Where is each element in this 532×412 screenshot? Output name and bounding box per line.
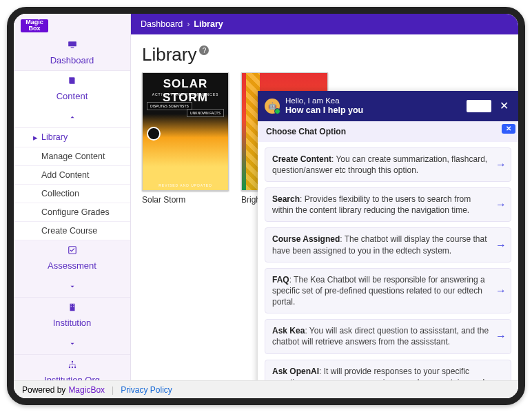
svg-point-10 xyxy=(71,367,72,368)
svg-rect-3 xyxy=(70,304,74,311)
arrow-right-icon: → xyxy=(495,197,507,212)
nav-label: Content xyxy=(57,91,88,101)
cover-title: SOLAR STORM xyxy=(143,77,228,105)
sidebar-subitem-create-course[interactable]: Create Course xyxy=(14,222,130,240)
chat-choose-label: Choose Chat Option xyxy=(266,127,346,136)
arrow-right-icon: → xyxy=(495,283,507,298)
svg-rect-5 xyxy=(73,305,74,305)
chat-option-desc: : The Kea Chatbot will be responsible fo… xyxy=(272,275,485,307)
award-badge-icon xyxy=(147,127,161,141)
chat-option-title: Create Content xyxy=(272,154,331,164)
nav-label: Assessment xyxy=(48,260,96,271)
chat-hello: Hello, I am Kea xyxy=(285,96,363,105)
chat-option-faq[interactable]: FAQ: The Kea Chatbot will be responsible… xyxy=(265,268,511,314)
chevron-up-icon xyxy=(69,112,76,123)
chat-option-search[interactable]: Search: Provides flexibility to the user… xyxy=(265,187,511,222)
sidebar-subitem-label: Manage Content xyxy=(41,152,105,161)
sidebar-subitem-library[interactable]: ▸Library xyxy=(14,128,130,147)
chevron-down-icon xyxy=(69,339,76,349)
sidebar-subitem-manage-content[interactable]: Manage Content xyxy=(14,147,130,166)
page-title-row: Library ? xyxy=(142,44,518,65)
book-card[interactable]: SOLAR STORMACTIVITY AND PROMINENCESDISPU… xyxy=(142,72,229,205)
content-subnav: ▸LibraryManage ContentAdd ContentCollect… xyxy=(14,128,130,240)
chevron-right-icon: › xyxy=(187,19,190,29)
check-square-icon xyxy=(68,245,77,255)
chat-header: 🤖 Hello, I am Kea How can I help you ✕ xyxy=(258,91,518,121)
svg-rect-7 xyxy=(73,306,74,307)
screen: Magic Box Dashboard Content xyxy=(14,14,518,398)
chat-subtitle: How can I help you xyxy=(285,105,363,115)
sidebar-subitem-label: Library xyxy=(41,132,68,142)
chevron-down-icon xyxy=(69,282,76,292)
arrow-right-icon: → xyxy=(495,157,507,172)
nav-label: Institution xyxy=(53,318,92,328)
svg-rect-0 xyxy=(68,41,76,46)
sidebar-subitem-label: Configure Grades xyxy=(41,207,110,217)
footer-brand[interactable]: MagicBox xyxy=(68,385,105,395)
sidebar-subitem-label: Create Course xyxy=(41,226,97,236)
app-root: Magic Box Dashboard Content xyxy=(14,14,518,398)
chat-option-title: FAQ xyxy=(272,275,289,285)
dismiss-icon[interactable]: ✕ xyxy=(502,124,515,134)
nav-assessment[interactable]: Assessment xyxy=(14,240,130,298)
cover-footer: REVISED AND UPDATED xyxy=(143,183,228,187)
sidebar: Magic Box Dashboard Content xyxy=(14,14,131,398)
chat-option-desc: : Provides flexibility to the users to s… xyxy=(272,194,471,215)
page-title: Library xyxy=(142,44,196,65)
sidebar-subitem-collection[interactable]: Collection xyxy=(14,185,130,203)
chat-option-course-assigned[interactable]: Course Assigned: The chatbot will displa… xyxy=(265,227,511,262)
chat-option-title: Ask OpenAI xyxy=(272,367,319,376)
cover-chip: DISPUTES SCIENTISTS xyxy=(147,102,192,110)
footer: Powered by MagicBox | Privacy Policy xyxy=(14,380,518,398)
chat-panel: 🤖 Hello, I am Kea How can I help you ✕ C… xyxy=(258,91,518,398)
nav-content[interactable]: Content xyxy=(14,71,130,128)
chat-option-title: Ask Kea xyxy=(272,326,305,336)
bullet-icon: ▸ xyxy=(33,132,37,143)
book-icon xyxy=(68,76,77,85)
brand-logo[interactable]: Magic Box xyxy=(21,19,48,32)
arrow-right-icon: → xyxy=(495,238,507,253)
cover-subtitle: ACTIVITY AND PROMINENCES xyxy=(143,92,228,96)
minimize-button[interactable] xyxy=(467,100,491,112)
sidebar-subitem-label: Add Content xyxy=(41,170,90,180)
sitemap-icon xyxy=(68,360,77,369)
building-icon xyxy=(68,302,77,312)
svg-point-11 xyxy=(74,367,75,368)
chat-options-list: Create Content: You can create summariza… xyxy=(258,142,518,398)
tablet-frame: Magic Box Dashboard Content xyxy=(7,7,525,405)
chat-avatar-icon: 🤖 xyxy=(265,99,280,114)
chat-header-text: Hello, I am Kea How can I help you xyxy=(285,96,363,116)
footer-powered: Powered by xyxy=(22,385,65,395)
svg-rect-4 xyxy=(70,305,71,305)
sidebar-subitem-add-content[interactable]: Add Content xyxy=(14,166,130,185)
breadcrumb-bar: Dashboard › Library xyxy=(131,14,518,34)
privacy-link[interactable]: Privacy Policy xyxy=(121,385,172,395)
main-area: Dashboard › Library Library ? SOLAR STOR… xyxy=(131,14,518,398)
close-icon[interactable]: ✕ xyxy=(497,99,511,112)
chat-option-title: Course Assigned xyxy=(272,234,340,244)
svg-point-9 xyxy=(68,367,70,368)
help-icon[interactable]: ? xyxy=(199,45,209,55)
book-cover: SOLAR STORMACTIVITY AND PROMINENCESDISPU… xyxy=(142,72,229,191)
sidebar-subitem-label: Collection xyxy=(41,189,79,198)
footer-sep: | xyxy=(112,385,114,395)
arrow-right-icon: → xyxy=(495,329,507,344)
svg-point-8 xyxy=(71,361,72,362)
svg-rect-1 xyxy=(70,47,74,48)
svg-rect-6 xyxy=(70,306,71,307)
nav-label: Dashboard xyxy=(50,55,94,65)
cover-chip: UNKNOWN FACTS xyxy=(187,109,224,117)
nav-institution[interactable]: Institution xyxy=(14,298,130,355)
breadcrumb-item[interactable]: Library xyxy=(194,19,223,29)
monitor-icon xyxy=(68,40,77,50)
chat-option-ask-kea[interactable]: Ask Kea: You will ask direct question to… xyxy=(265,319,511,353)
book-title: Solar Storm xyxy=(142,195,229,205)
chat-choose-heading: Choose Chat Option ✕ xyxy=(258,121,518,142)
sidebar-subitem-configure-grades[interactable]: Configure Grades xyxy=(14,203,130,222)
chat-option-desc: : You will ask direct question to assiss… xyxy=(272,326,489,347)
nav-dashboard[interactable]: Dashboard xyxy=(14,35,130,71)
breadcrumb-item[interactable]: Dashboard xyxy=(141,19,183,29)
chat-option-create-content[interactable]: Create Content: You can create summariza… xyxy=(265,147,511,182)
chat-option-title: Search xyxy=(272,194,300,204)
